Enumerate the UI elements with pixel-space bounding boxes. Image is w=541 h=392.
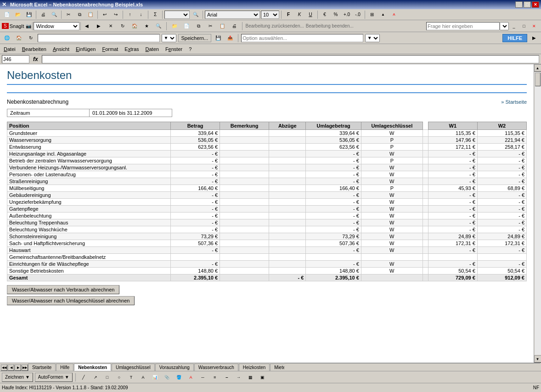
- help-search-select[interactable]: ▼: [500, 22, 509, 30]
- cut2-btn[interactable]: ✂: [205, 22, 215, 31]
- close-app-btn1[interactable]: _: [509, 22, 519, 31]
- draw-rect-btn[interactable]: □: [102, 373, 113, 382]
- tab-scroll-left-btn[interactable]: ◀◀: [1, 364, 7, 371]
- zeichnen-btn[interactable]: Zeichnen ▼: [2, 373, 33, 382]
- bold-btn[interactable]: F: [283, 10, 293, 19]
- print-btn[interactable]: 🖨: [38, 10, 48, 19]
- sheet-tab-heizkosten[interactable]: Heizkosten: [239, 364, 270, 371]
- close-btn[interactable]: ✕: [532, 1, 539, 8]
- sheet-tab-mieterdatenbank[interactable]: Mieterdatenbank: [270, 364, 284, 371]
- sort-desc-btn[interactable]: ↓: [136, 10, 146, 19]
- zoom-icon[interactable]: 🔍: [191, 10, 201, 19]
- draw-linecolor-btn[interactable]: ─: [198, 373, 208, 382]
- draw-dash-btn[interactable]: ‒: [222, 373, 232, 382]
- autoformen-btn[interactable]: AutoFormen ▼: [35, 373, 73, 382]
- sheet-tab-vorauszahlung[interactable]: Vorauszahlung: [155, 364, 194, 371]
- preview-btn[interactable]: 🔍: [49, 10, 59, 19]
- nav-back-btn[interactable]: ◀: [82, 22, 92, 31]
- draw-clip-btn[interactable]: 📎: [162, 373, 172, 382]
- option-dropdown[interactable]: ▼: [365, 34, 380, 42]
- draw-arrowstyle-btn[interactable]: →: [234, 373, 244, 382]
- draw-3d-btn[interactable]: ▣: [258, 373, 268, 382]
- nav-stop-btn[interactable]: ✕: [106, 22, 116, 31]
- fill-btn[interactable]: ▲: [378, 10, 388, 19]
- sheet-tab-wasserverbrauch[interactable]: Wasserverbrauch: [194, 364, 238, 371]
- nav-fwd-btn[interactable]: ▶: [94, 22, 104, 31]
- save-icon2[interactable]: 💾: [213, 34, 223, 43]
- sheet-tab-startseite[interactable]: Startseite: [28, 364, 56, 371]
- font-color-btn[interactable]: A: [389, 10, 399, 19]
- menu-help[interactable]: ?: [186, 45, 194, 53]
- paste2-btn[interactable]: 📋: [217, 22, 227, 31]
- draw-line-btn[interactable]: ╱: [79, 373, 89, 382]
- tab-scroll-next-btn[interactable]: ▶: [15, 364, 21, 371]
- dec-btn[interactable]: +.0: [342, 10, 352, 19]
- fontsize-select[interactable]: 10: [261, 11, 279, 19]
- draw-oval-btn[interactable]: ○: [114, 373, 124, 382]
- btn-verbrauch[interactable]: Wasser/Abwasser nach Verbrauch abrechnen: [7, 285, 119, 294]
- close-app-btn2[interactable]: ✕: [529, 22, 539, 31]
- underline-btn[interactable]: U: [305, 10, 316, 19]
- copy2-btn[interactable]: ⧉: [193, 22, 203, 31]
- doc-btn[interactable]: 📄: [181, 22, 192, 31]
- menu-ansicht[interactable]: Ansicht: [50, 45, 72, 53]
- menu-einfuegen[interactable]: Einfügen: [73, 45, 98, 53]
- scroll-track[interactable]: [535, 72, 541, 355]
- open-btn[interactable]: 📂: [13, 10, 23, 19]
- menu-extras[interactable]: Extras: [122, 45, 141, 53]
- undo-btn[interactable]: ↩: [100, 10, 110, 19]
- search-btn[interactable]: 🔍: [153, 22, 163, 31]
- nav-input[interactable]: Nebenkosten: [38, 34, 160, 42]
- menu-datei[interactable]: Datei: [1, 45, 18, 53]
- tab-scroll-right-btn[interactable]: ▶▶: [22, 364, 28, 371]
- scrollbar-v[interactable]: ▲ ▼: [534, 64, 541, 363]
- italic-btn[interactable]: K: [294, 10, 304, 19]
- tab-scroll-prev-btn[interactable]: ◀: [8, 364, 14, 371]
- menu-daten[interactable]: Daten: [143, 45, 162, 53]
- menu-bearbeiten[interactable]: Bearbeiten: [19, 45, 49, 53]
- cut-btn[interactable]: ✂: [63, 10, 73, 19]
- menu-format[interactable]: Format: [99, 45, 121, 53]
- menu-fenster[interactable]: Fenster: [163, 45, 185, 53]
- copy-btn[interactable]: ⧉: [74, 10, 85, 19]
- draw-textbox-btn[interactable]: T: [126, 373, 136, 382]
- sheet-tab-hilfe[interactable]: Hilfe: [56, 364, 73, 371]
- draw-linewidth-btn[interactable]: ≡: [210, 373, 220, 382]
- restore-app-btn1[interactable]: □: [519, 22, 529, 31]
- draw-arrow-btn[interactable]: ↗: [90, 373, 101, 382]
- draw-wordart-btn[interactable]: A: [138, 373, 148, 382]
- formula-input[interactable]: [42, 55, 539, 63]
- nav-home-btn[interactable]: 🏠: [130, 22, 140, 31]
- sheet-tab-nebenkosten[interactable]: Nebenkosten: [74, 364, 111, 371]
- new-btn[interactable]: 📄: [2, 10, 12, 19]
- window-select[interactable]: Window: [34, 22, 79, 30]
- scroll-thumb[interactable]: [535, 73, 541, 86]
- font-select[interactable]: Arial: [205, 11, 260, 19]
- fav-btn[interactable]: ★: [141, 22, 152, 31]
- hilfe-icon[interactable]: ▶: [529, 34, 539, 43]
- btn-umlageschluessel[interactable]: Wasser/Abwasser nach Umlageschlüssel abr…: [7, 296, 135, 305]
- draw-diag-btn[interactable]: 📊: [150, 373, 160, 382]
- scroll-up-btn[interactable]: ▲: [534, 64, 541, 72]
- hilfe-btn[interactable]: HILFE: [502, 34, 527, 42]
- print2-btn[interactable]: 🖨: [229, 22, 239, 31]
- save-toolbar-btn[interactable]: Speichern...: [178, 34, 212, 42]
- percent-btn[interactable]: %: [331, 10, 341, 19]
- restore-btn[interactable]: □: [524, 1, 531, 8]
- draw-shadow-btn[interactable]: ▦: [246, 373, 256, 382]
- option-input[interactable]: [241, 34, 363, 42]
- sheet-tab-umlageschlssel[interactable]: Umlageschlüssel: [112, 364, 155, 371]
- startseite-link[interactable]: » Startseite: [501, 99, 527, 105]
- nav-dropdown[interactable]: ▼: [162, 34, 176, 42]
- minimize-btn[interactable]: _: [515, 1, 523, 8]
- cell-reference[interactable]: J46: [2, 55, 29, 63]
- folder-btn[interactable]: 📁: [169, 22, 180, 31]
- paste-btn[interactable]: 📋: [85, 10, 96, 19]
- sort-asc-btn[interactable]: ↑: [125, 10, 135, 19]
- redo-btn[interactable]: ↪: [111, 10, 121, 19]
- save-btn[interactable]: 💾: [24, 10, 34, 19]
- draw-fontcolor-btn[interactable]: A: [186, 373, 196, 382]
- inc-btn[interactable]: -.0: [353, 10, 363, 19]
- zoom-select[interactable]: 85%: [164, 11, 190, 19]
- draw-fill-btn[interactable]: 🪣: [174, 373, 184, 382]
